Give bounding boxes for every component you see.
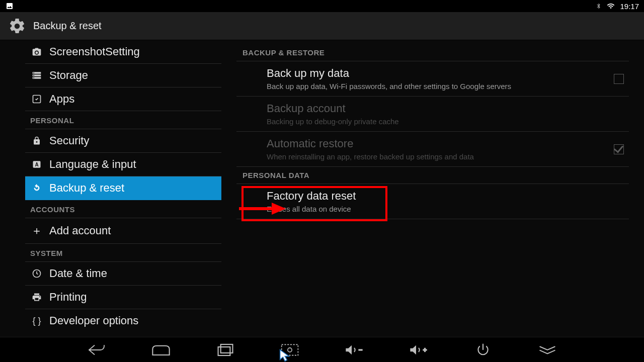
- svg-rect-6: [218, 347, 230, 355]
- setting-backup-my-data[interactable]: Back up my data Back up app data, Wi-Fi …: [236, 61, 629, 97]
- sidebar-item-label: Apps: [49, 93, 74, 106]
- sidebar-item-apps[interactable]: Apps: [25, 87, 221, 111]
- nav-screenshot-button[interactable]: [279, 341, 301, 359]
- camera-icon: [30, 47, 43, 57]
- setting-subtitle: Backing up to debug-only private cache: [267, 117, 619, 127]
- navigation-bar: [0, 337, 644, 362]
- nav-volume-up-button[interactable]: [408, 341, 430, 359]
- setting-subtitle: When reinstalling an app, restore backed…: [267, 152, 604, 162]
- sidebar-item-label: Storage: [49, 69, 88, 82]
- settings-sidebar: ScreenshotSetting Storage Apps PERSONAL …: [0, 40, 221, 337]
- svg-marker-5: [272, 203, 286, 215]
- svg-rect-12: [424, 347, 426, 351]
- section-backup-restore: BACKUP & RESTORE: [236, 44, 629, 61]
- sidebar-item-security[interactable]: Security: [25, 129, 221, 153]
- sidebar-item-label: Add account: [49, 224, 111, 237]
- svg-rect-7: [221, 344, 233, 352]
- clock-time: 19:17: [620, 2, 639, 11]
- nav-expand-button[interactable]: [536, 341, 558, 359]
- setting-title: Back up my data: [267, 66, 604, 80]
- main-area: ScreenshotSetting Storage Apps PERSONAL …: [0, 40, 644, 337]
- sidebar-item-backup-reset[interactable]: Backup & reset: [25, 176, 221, 200]
- nav-power-button[interactable]: [472, 341, 494, 359]
- setting-title: Backup account: [267, 102, 619, 116]
- sidebar-item-label: Printing: [49, 291, 87, 304]
- clock-icon: [30, 268, 43, 279]
- status-bar: 19:17: [0, 0, 644, 12]
- refresh-icon: [30, 183, 43, 193]
- sidebar-header-personal: PERSONAL: [25, 111, 221, 129]
- app-bar-title: Backup & reset: [33, 20, 102, 32]
- notification-picture-icon: [5, 2, 14, 10]
- wifi-icon: [606, 2, 616, 10]
- sidebar-header-accounts: ACCOUNTS: [25, 200, 221, 218]
- setting-automatic-restore: Automatic restore When reinstalling an a…: [236, 132, 629, 167]
- print-icon: [30, 292, 43, 302]
- setting-backup-account: Backup account Backing up to debug-only …: [236, 97, 629, 132]
- sidebar-item-label: ScreenshotSetting: [49, 45, 140, 58]
- language-icon: A: [30, 159, 43, 169]
- svg-point-9: [288, 347, 292, 351]
- svg-text:A: A: [35, 162, 38, 167]
- sidebar-item-date-time[interactable]: Date & time: [25, 262, 221, 286]
- section-personal-data: PERSONAL DATA: [236, 167, 629, 184]
- apps-icon: [30, 94, 43, 104]
- sidebar-item-storage[interactable]: Storage: [25, 64, 221, 87]
- setting-subtitle: Back up app data, Wi-Fi passwords, and o…: [267, 81, 604, 92]
- app-bar: Backup & reset: [0, 12, 644, 40]
- checkbox-checked: [614, 144, 624, 154]
- bluetooth-icon: [596, 2, 602, 11]
- settings-detail-pane: BACKUP & RESTORE Back up my data Back up…: [221, 40, 644, 337]
- annotation-red-arrow: [236, 199, 287, 219]
- sidebar-item-language-input[interactable]: A Language & input: [25, 153, 221, 176]
- sidebar-item-label: Backup & reset: [49, 182, 124, 195]
- storage-icon: [30, 70, 43, 80]
- nav-recent-button[interactable]: [214, 341, 236, 359]
- sidebar-item-label: Developer options: [49, 314, 138, 327]
- braces-icon: { }: [30, 316, 43, 326]
- nav-back-button[interactable]: [86, 341, 108, 359]
- sidebar-item-label: Language & input: [49, 158, 136, 171]
- setting-title: Automatic restore: [267, 137, 604, 151]
- sidebar-header-system: SYSTEM: [25, 244, 221, 262]
- plus-icon: ＋: [30, 223, 43, 238]
- lock-icon: [30, 136, 43, 146]
- sidebar-item-label: Date & time: [49, 267, 107, 280]
- svg-rect-10: [358, 349, 362, 350]
- sidebar-item-screenshot-setting[interactable]: ScreenshotSetting: [25, 40, 221, 64]
- checkbox[interactable]: [614, 74, 624, 84]
- settings-gear-icon: [8, 17, 26, 35]
- sidebar-item-printing[interactable]: Printing: [25, 286, 221, 309]
- sidebar-item-developer-options[interactable]: { } Developer options: [25, 309, 221, 332]
- svg-rect-8: [282, 344, 298, 355]
- sidebar-item-label: Security: [49, 134, 89, 147]
- sidebar-item-add-account[interactable]: ＋ Add account: [25, 218, 221, 244]
- nav-volume-down-button[interactable]: [343, 341, 365, 359]
- nav-home-button[interactable]: [150, 341, 172, 359]
